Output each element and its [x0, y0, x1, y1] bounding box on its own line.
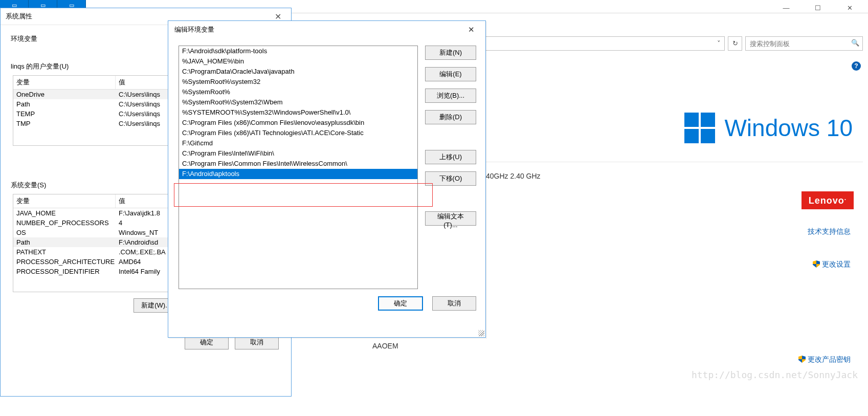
- var-value: C:\Users\linqs: [116, 119, 163, 128]
- shield-icon: [798, 356, 806, 363]
- var-name: PROCESSOR_IDENTIFIER: [13, 267, 116, 276]
- var-name: PROCESSOR_ARCHITECTURE: [13, 257, 116, 267]
- list-item[interactable]: F:\Android\apktools: [179, 169, 417, 179]
- var-value: C:\Users\linqs: [116, 90, 163, 99]
- windows10-logo: Windows 10: [684, 113, 853, 143]
- var-name: Path: [13, 237, 116, 247]
- var-name: OS: [13, 228, 116, 237]
- var-name: OneDrive: [13, 90, 116, 99]
- close-icon[interactable]: ✕: [268, 12, 288, 21]
- maximize-button[interactable]: ☐: [809, 4, 827, 12]
- cancel-button[interactable]: 取消: [432, 296, 476, 311]
- ok-button[interactable]: 确定: [378, 296, 423, 311]
- var-name: JAVA_HOME: [13, 208, 116, 218]
- var-value: Intel64 Family: [116, 267, 163, 276]
- col-val: 值: [116, 76, 128, 89]
- close-button[interactable]: ✕: [840, 4, 859, 12]
- list-item[interactable]: C:\Program Files (x86)\ATI Technologies\…: [179, 128, 417, 138]
- list-item[interactable]: F:\Git\cmd: [179, 138, 417, 148]
- delete-button[interactable]: 删除(D): [425, 110, 476, 124]
- list-item[interactable]: %SYSTEMROOT%\System32\WindowsPowerShell\…: [179, 107, 417, 118]
- shield-icon: [813, 260, 820, 268]
- list-item[interactable]: C:\Program Files\Intel\WiFi\bin\: [179, 148, 417, 159]
- var-name: NUMBER_OF_PROCESSORS: [13, 218, 116, 228]
- edit-button[interactable]: 编辑(E): [425, 67, 476, 81]
- var-value: C:\Users\linqs: [116, 109, 163, 119]
- col-var: 变量: [13, 76, 116, 89]
- cpu-speed: 40GHz 2.40 GHz: [486, 172, 541, 180]
- dialog-title: 编辑环境变量: [174, 25, 214, 34]
- minimize-button[interactable]: —: [777, 4, 795, 12]
- search-box[interactable]: 🔍: [745, 36, 863, 51]
- list-item[interactable]: C:\ProgramData\Oracle\Java\javapath: [179, 67, 417, 77]
- dialog-title: 系统属性: [6, 12, 32, 21]
- col-var: 变量: [13, 194, 116, 208]
- tech-support-link[interactable]: 技术支持信息: [808, 227, 851, 236]
- list-item[interactable]: C:\Program Files\Common Files\Intel\Wire…: [179, 159, 417, 169]
- windows10-text: Windows 10: [724, 114, 853, 142]
- search-input[interactable]: [746, 37, 862, 50]
- oem-text: AAOEM: [372, 342, 398, 350]
- help-icon[interactable]: ?: [852, 61, 861, 71]
- lenovo-logo: Lenovo.: [802, 191, 854, 209]
- list-item[interactable]: %JAVA_HOME%\bin: [179, 56, 417, 67]
- watermark: http://blog.csdn.net/SonnyJack: [692, 369, 858, 380]
- list-item[interactable]: F:\Android\sdk\platform-tools: [179, 46, 417, 56]
- change-product-key-link[interactable]: 更改产品密钥: [798, 355, 851, 364]
- windows-icon: [684, 113, 715, 143]
- var-name: TMP: [13, 119, 116, 128]
- var-value: C:\Users\linqs: [116, 99, 163, 109]
- var-name: PATHEXT: [13, 247, 116, 257]
- refresh-button[interactable]: ↻: [728, 36, 742, 51]
- var-value: 4: [116, 218, 125, 228]
- edit-text-button[interactable]: 编辑文本(T)...: [425, 211, 476, 226]
- browse-button[interactable]: 浏览(B)...: [425, 89, 476, 103]
- chevron-down-icon[interactable]: ˅: [713, 37, 724, 50]
- change-settings-link[interactable]: 更改设置: [813, 260, 851, 269]
- move-down-button[interactable]: 下移(O): [425, 171, 476, 186]
- list-item[interactable]: %SystemRoot%\System32\Wbem: [179, 97, 417, 107]
- resize-grip[interactable]: [478, 330, 484, 336]
- list-item[interactable]: %SystemRoot%\system32: [179, 77, 417, 87]
- list-item[interactable]: %SystemRoot%: [179, 87, 417, 97]
- search-icon[interactable]: 🔍: [851, 39, 859, 47]
- var-value: F:\Java\jdk1.8: [116, 208, 163, 218]
- var-value: F:\Android\sd: [116, 237, 161, 247]
- col-val: 值: [116, 194, 128, 208]
- var-value: .COM;.EXE;.BA: [116, 247, 169, 257]
- var-name: Path: [13, 99, 116, 109]
- edit-env-var-dialog: 编辑环境变量 ✕ F:\Android\sdk\platform-tools%J…: [168, 20, 486, 338]
- list-item[interactable]: C:\Program Files (x86)\Common Files\leno…: [179, 118, 417, 128]
- new-button[interactable]: 新建(N): [425, 46, 476, 60]
- var-value: Windows_NT: [116, 228, 161, 237]
- var-value: AMD64: [116, 257, 144, 267]
- close-icon[interactable]: ✕: [461, 25, 481, 34]
- var-name: TEMP: [13, 109, 116, 119]
- move-up-button[interactable]: 上移(U): [425, 150, 476, 164]
- path-list[interactable]: F:\Android\sdk\platform-tools%JAVA_HOME%…: [179, 46, 418, 289]
